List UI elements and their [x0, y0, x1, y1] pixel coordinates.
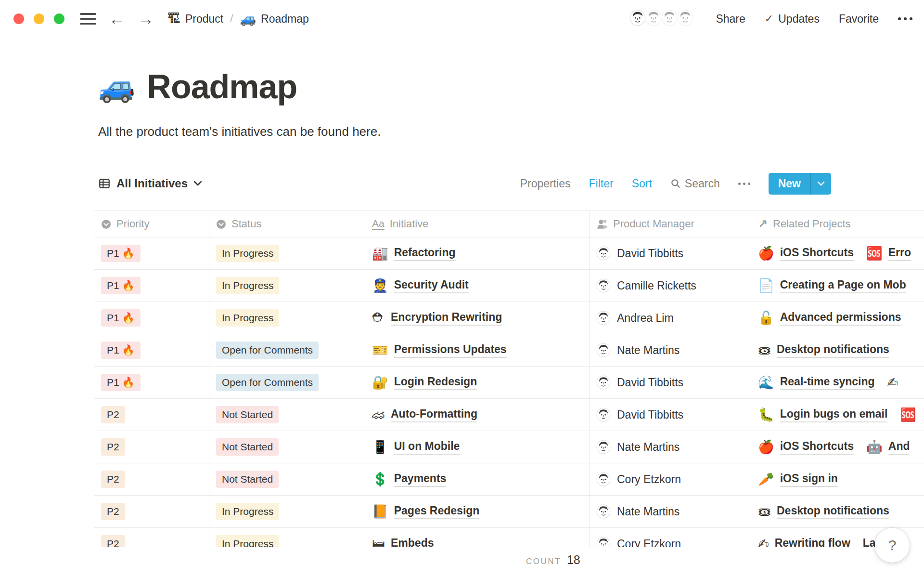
column-header-status[interactable]: Status — [209, 211, 365, 237]
status-cell[interactable]: Not Started — [209, 463, 365, 495]
initiative-cell[interactable]: 📱UI on Mobile — [365, 431, 590, 463]
status-cell[interactable]: Open for Comments — [209, 367, 365, 398]
initiative-cell[interactable]: 📙Pages Redesign — [365, 496, 590, 527]
product-manager-cell[interactable]: David Tibbitts — [590, 367, 751, 398]
product-manager-cell[interactable]: Andrea Lim — [590, 302, 751, 334]
related-page-link[interactable]: Erro — [888, 246, 911, 261]
priority-cell[interactable]: P1 🔥 — [94, 334, 209, 366]
related-page-link[interactable]: Real-time syncing — [780, 375, 875, 390]
initiative-link[interactable]: Permissions Updates — [394, 343, 507, 358]
related-projects-cell[interactable]: 🔓Advanced permissions — [751, 302, 924, 334]
close-window-button[interactable] — [13, 13, 24, 24]
initiative-link[interactable]: Payments — [394, 472, 447, 487]
column-header-product-manager[interactable]: Product Manager — [590, 211, 751, 237]
view-options-icon[interactable] — [738, 183, 750, 185]
filter-button[interactable]: Filter — [589, 177, 614, 190]
related-page-link[interactable]: And — [888, 440, 910, 455]
related-projects-cell[interactable]: 🎟Desktop notifications — [751, 496, 924, 527]
page-title[interactable]: Roadmap — [147, 67, 297, 106]
related-page-link[interactable]: Creating a Page on Mob — [780, 278, 906, 293]
properties-button[interactable]: Properties — [520, 177, 571, 190]
initiative-link[interactable]: Embeds — [391, 537, 434, 548]
back-arrow-icon[interactable]: ← — [109, 11, 125, 27]
status-cell[interactable]: Not Started — [209, 431, 365, 463]
initiative-cell[interactable]: 💲Payments — [365, 463, 590, 495]
status-cell[interactable]: Not Started — [209, 399, 365, 431]
status-cell[interactable]: In Progress — [209, 528, 365, 547]
initiative-link[interactable]: Pages Redesign — [394, 504, 480, 519]
product-manager-cell[interactable]: Nate Martins — [590, 431, 751, 463]
related-projects-cell[interactable]: 🍎iOS Shortcuts 🤖And — [751, 431, 924, 463]
page-subtitle[interactable]: All the product team's initiatives can b… — [98, 124, 381, 139]
status-cell[interactable]: In Progress — [209, 496, 365, 527]
related-page-link[interactable]: Desktop notifications — [777, 504, 889, 519]
avatar[interactable] — [676, 9, 696, 29]
initiative-link[interactable]: Login Redesign — [394, 375, 477, 390]
initiative-link[interactable]: Refactoring — [394, 246, 456, 261]
column-header-related-projects[interactable]: ↗ Related Projects — [751, 211, 924, 237]
forward-arrow-icon[interactable]: → — [138, 11, 154, 27]
related-page-link[interactable]: iOS sign in — [780, 472, 838, 487]
new-button[interactable]: New — [769, 173, 831, 195]
product-manager-cell[interactable]: Nate Martins — [590, 334, 751, 366]
related-page-link[interactable]: iOS Shortcuts — [780, 440, 854, 455]
favorite-button[interactable]: Favorite — [839, 13, 879, 26]
priority-cell[interactable]: P1 🔥 — [94, 367, 209, 398]
status-cell[interactable]: In Progress — [209, 302, 365, 334]
priority-cell[interactable]: P2 — [94, 431, 209, 463]
share-button[interactable]: Share — [716, 13, 745, 26]
priority-cell[interactable]: P2 — [94, 463, 209, 495]
column-header-priority[interactable]: Priority — [94, 211, 209, 237]
search-button[interactable]: Search — [670, 177, 720, 190]
status-cell[interactable]: In Progress — [209, 270, 365, 302]
breadcrumb-item-roadmap[interactable]: Roadmap — [261, 13, 309, 26]
product-manager-cell[interactable]: Cory Etzkorn — [590, 463, 751, 495]
more-menu-icon[interactable] — [898, 17, 912, 20]
related-page-link[interactable]: iOS Shortcuts — [780, 246, 854, 261]
initiative-link[interactable]: Security Audit — [394, 278, 469, 293]
initiative-cell[interactable]: 🎫Permissions Updates — [365, 334, 590, 366]
initiative-cell[interactable]: 🏭Refactoring — [365, 237, 590, 269]
initiative-cell[interactable]: 🔐Login Redesign — [365, 367, 590, 398]
priority-cell[interactable]: P2 — [94, 528, 209, 547]
priority-cell[interactable]: P1 🔥 — [94, 302, 209, 334]
related-projects-cell[interactable]: 🥕iOS sign in — [751, 463, 924, 495]
initiative-link[interactable]: Auto-Formatting — [391, 407, 477, 422]
initiative-cell[interactable]: 🛏Embeds — [365, 528, 590, 547]
help-button[interactable]: ? — [875, 528, 910, 563]
initiative-cell[interactable]: 👮Security Audit — [365, 270, 590, 302]
sort-button[interactable]: Sort — [632, 177, 652, 190]
viewer-avatars[interactable] — [629, 9, 696, 29]
zoom-window-button[interactable] — [54, 13, 64, 24]
product-manager-cell[interactable]: Cory Etzkorn — [590, 528, 751, 547]
page-emoji-car-icon[interactable]: 🚙 — [98, 72, 135, 102]
related-projects-cell[interactable]: 🐛Login bugs on email 🆘 — [751, 399, 924, 431]
related-projects-cell[interactable]: 📄Creating a Page on Mob — [751, 270, 924, 302]
updates-button[interactable]: ✓ Updates — [765, 13, 820, 26]
related-projects-cell[interactable]: 🌊Real-time syncing ✍ — [751, 367, 924, 398]
related-projects-cell[interactable]: 🍎iOS Shortcuts 🆘Erro — [751, 237, 924, 269]
related-page-link[interactable]: Login bugs on email — [780, 407, 888, 422]
priority-cell[interactable]: P1 🔥 — [94, 237, 209, 269]
status-cell[interactable]: In Progress — [209, 237, 365, 269]
product-manager-cell[interactable]: David Tibbitts — [590, 399, 751, 431]
priority-cell[interactable]: P2 — [94, 399, 209, 431]
view-switcher[interactable]: All Initiatives — [98, 177, 202, 190]
new-dropdown-chevron-icon[interactable] — [811, 173, 831, 195]
initiative-cell[interactable]: 🏎Auto-Formatting — [365, 399, 590, 431]
breadcrumb-item-product[interactable]: Product — [185, 13, 223, 26]
status-cell[interactable]: Open for Comments — [209, 334, 365, 366]
related-page-link[interactable]: Rewriting flow — [775, 537, 850, 548]
related-page-link[interactable]: Desktop notifications — [777, 343, 889, 358]
priority-cell[interactable]: P2 — [94, 496, 209, 527]
initiative-cell[interactable]: ⛑Encryption Rewriting — [365, 302, 590, 334]
related-page-link[interactable]: Advanced permissions — [780, 311, 901, 326]
priority-cell[interactable]: P1 🔥 — [94, 270, 209, 302]
product-manager-cell[interactable]: David Tibbitts — [590, 237, 751, 269]
related-projects-cell[interactable]: 🎟Desktop notifications — [751, 334, 924, 366]
minimize-window-button[interactable] — [34, 13, 44, 24]
column-header-initiative[interactable]: Aa Initiative — [365, 211, 590, 237]
initiative-link[interactable]: Encryption Rewriting — [391, 311, 502, 326]
initiative-link[interactable]: UI on Mobile — [394, 440, 460, 455]
product-manager-cell[interactable]: Camille Ricketts — [590, 270, 751, 302]
